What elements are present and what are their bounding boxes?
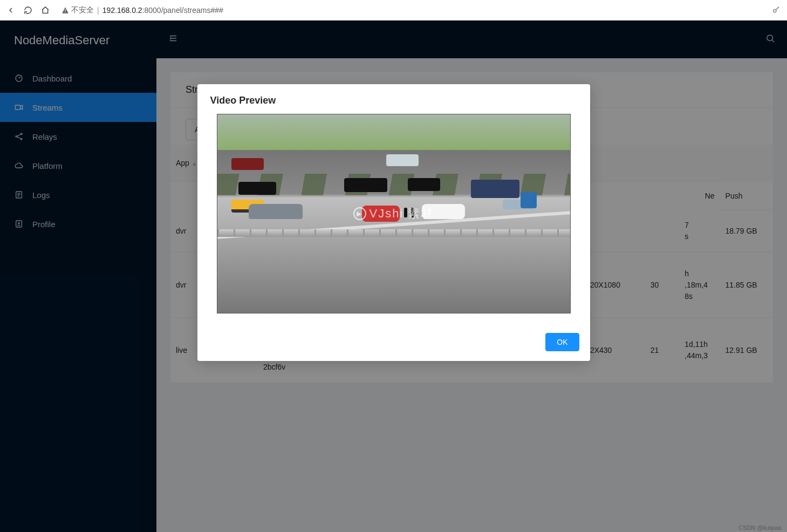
url-divider: | <box>97 6 99 15</box>
video-watermark: ▶VJshi 素材 <box>353 206 434 222</box>
video-player[interactable]: ▶VJshi 素材 <box>217 114 571 313</box>
reload-icon[interactable] <box>23 5 33 16</box>
svg-rect-1 <box>65 11 65 12</box>
back-icon[interactable] <box>5 5 16 16</box>
browser-toolbar: 不安全 | 192.168.0.2:8000/panel/streams### <box>0 0 787 21</box>
insecure-badge: 不安全 <box>61 5 94 15</box>
ok-button[interactable]: OK <box>545 333 579 351</box>
video-preview-modal: Video Preview ▶VJshi 素材 OK <box>197 84 590 361</box>
svg-rect-0 <box>65 9 65 11</box>
address-bar[interactable]: 不安全 | 192.168.0.2:8000/panel/streams### <box>57 3 765 18</box>
modal-overlay[interactable]: Video Preview ▶VJshi 素材 OK <box>0 21 787 532</box>
insecure-label: 不安全 <box>71 5 94 15</box>
home-icon[interactable] <box>40 5 51 16</box>
modal-title: Video Preview <box>197 84 590 114</box>
svg-point-2 <box>774 9 776 12</box>
modal-body: ▶VJshi 素材 <box>197 114 590 326</box>
url-text: 192.168.0.2:8000/panel/streams### <box>102 6 223 15</box>
modal-footer: OK <box>197 326 590 361</box>
password-key-icon[interactable] <box>772 5 782 15</box>
